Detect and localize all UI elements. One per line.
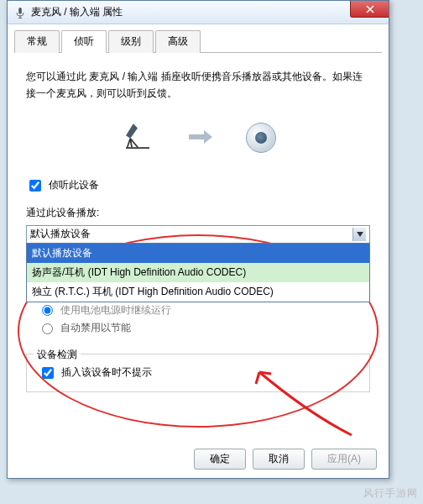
combo-drop-button[interactable]	[352, 228, 366, 241]
titlebar[interactable]: 麦克风 / 输入端 属性	[8, 1, 389, 24]
power-radio-group: 使用电池电源时继续运行 自动禁用以节能	[38, 302, 370, 335]
radio-continue-label: 使用电池电源时继续运行	[60, 304, 171, 315]
radio-autodisable-label: 自动禁用以节能	[60, 321, 131, 335]
window-title: 麦克风 / 输入端 属性	[31, 5, 123, 19]
listen-checkbox-label: 侦听此设备	[49, 178, 99, 192]
tab-general[interactable]: 常规	[14, 30, 60, 53]
chevron-down-icon	[357, 232, 363, 237]
watermark-text: 风行手游网	[363, 486, 418, 501]
tab-listen[interactable]: 侦听	[61, 30, 107, 53]
listen-checkbox[interactable]	[29, 180, 41, 192]
microphone-icon	[14, 7, 26, 18]
combo-option-speakers[interactable]: 扬声器/耳机 (IDT High Definition Audio CODEC)	[27, 263, 369, 282]
radio-continue-row: 使用电池电源时继续运行	[38, 302, 370, 316]
combo-option-default[interactable]: 默认播放设备	[27, 244, 369, 263]
tabs: 常规 侦听 级别 高级	[14, 29, 382, 53]
description-text: 您可以通过此 麦克风 / 输入端 插座收听便携音乐播放器或其他设备。如果连接一个…	[26, 68, 370, 102]
tabs-container: 常规 侦听 级别 高级	[8, 24, 389, 53]
listen-checkbox-row: 侦听此设备	[26, 177, 370, 194]
ok-button[interactable]: 确定	[194, 449, 246, 470]
noprompt-row: 插入该设备时不提示	[39, 365, 358, 381]
playback-device-combo[interactable]: 默认播放设备 默认播放设备 扬声器/耳机 (IDT High Definitio…	[26, 225, 370, 244]
combo-option-rtc[interactable]: 独立 (R.T.C.) 耳机 (IDT High Definition Audi…	[27, 282, 369, 302]
radio-continue[interactable]	[42, 305, 53, 316]
close-button[interactable]	[350, 1, 389, 18]
combo-value: 默认播放设备	[30, 227, 91, 241]
tab-advanced[interactable]: 高级	[155, 30, 201, 53]
cancel-button[interactable]: 取消	[253, 449, 305, 470]
tab-content: 您可以通过此 麦克风 / 输入端 插座收听便携音乐播放器或其他设备。如果连接一个…	[8, 53, 389, 399]
tab-levels[interactable]: 级别	[108, 30, 154, 53]
arrow-icon	[189, 130, 212, 146]
speaker-illustration	[246, 123, 276, 153]
dialog-buttons: 确定 取消 应用(A)	[194, 449, 377, 470]
device-detect-legend: 设备检测	[34, 348, 81, 362]
radio-autodisable[interactable]	[42, 323, 53, 334]
playback-through-label: 通过此设备播放:	[26, 206, 370, 220]
illustration-row	[26, 119, 370, 157]
noprompt-label: 插入该设备时不提示	[61, 365, 152, 380]
device-detect-group: 设备检测 插入该设备时不提示	[26, 354, 370, 392]
microphone-illustration	[120, 119, 155, 157]
close-icon	[366, 5, 374, 13]
noprompt-checkbox[interactable]	[42, 367, 54, 379]
apply-button[interactable]: 应用(A)	[311, 449, 377, 470]
radio-autodisable-row: 自动禁用以节能	[38, 321, 370, 335]
combo-dropdown-list: 默认播放设备 扬声器/耳机 (IDT High Definition Audio…	[26, 243, 370, 302]
properties-window: 麦克风 / 输入端 属性 常规 侦听 级别 高级 您可以通过此 麦克风 / 输入…	[7, 0, 389, 479]
